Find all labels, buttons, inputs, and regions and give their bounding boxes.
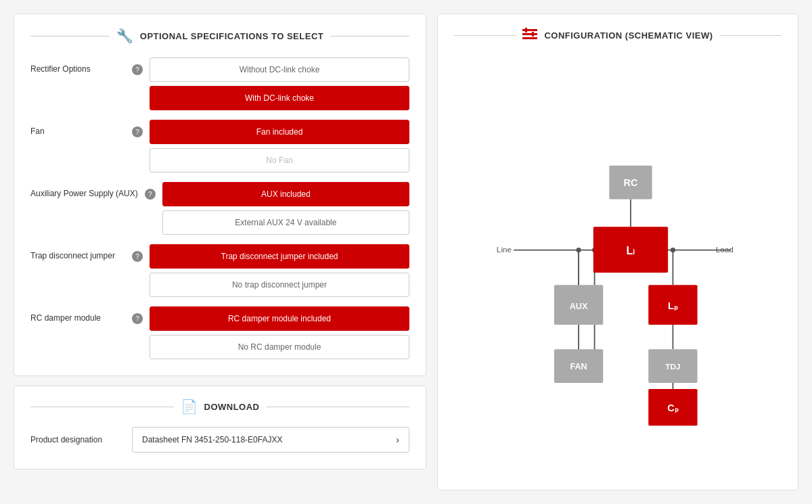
- svg-point-21: [576, 248, 581, 252]
- fan-box-label: FAN: [570, 362, 587, 371]
- fan-help-icon[interactable]: ?: [132, 127, 143, 137]
- aux-btn-external[interactable]: External AUX 24 V available: [162, 210, 409, 235]
- rc-label: RC damper module: [30, 306, 125, 323]
- svg-rect-0: [522, 29, 537, 31]
- aux-row: Auxiliary Power Supply (AUX) ? AUX inclu…: [30, 182, 409, 235]
- rc-help-icon[interactable]: ?: [132, 313, 143, 324]
- rectifier-help-icon[interactable]: ?: [132, 64, 143, 75]
- trap-label: Trap disconnect jumper: [30, 244, 125, 260]
- schematic-area: Line Load RC: [454, 57, 782, 476]
- svg-rect-3: [525, 28, 527, 32]
- fan-buttons: Fan included No Fan: [150, 120, 409, 173]
- rc-btn-none[interactable]: No RC damper module: [150, 335, 409, 359]
- rectifier-btn-without[interactable]: Without DC-link choke: [150, 58, 409, 82]
- fan-label: Fan: [30, 120, 125, 136]
- trap-buttons: Trap disconnect jumper included No trap …: [150, 244, 409, 297]
- rc-buttons: RC damper module included No RC damper m…: [150, 306, 409, 359]
- line-label: Line: [497, 245, 512, 254]
- aux-box-label: AUX: [570, 302, 588, 311]
- tdj-box-label: TDJ: [665, 362, 680, 371]
- right-panel: CONFIGURATION (SCHEMATIC VIEW) Line Load: [437, 14, 798, 490]
- schematic-header: CONFIGURATION (SCHEMATIC VIEW): [454, 28, 782, 43]
- options-card: 🔧 OPTIONAL SPECIFICATIONS TO SELECT Rect…: [14, 14, 426, 376]
- datasheet-label: Datasheet FN 3451-250-118-E0FAJXX: [142, 435, 282, 444]
- trap-btn-included[interactable]: Trap disconnect jumper included: [150, 244, 409, 269]
- svg-rect-1: [522, 33, 537, 35]
- schematic-settings-icon: [522, 28, 537, 43]
- rectifier-btn-with[interactable]: With DC-link choke: [150, 86, 409, 110]
- trap-help-icon[interactable]: ?: [132, 251, 143, 262]
- download-title: DOWNLOAD: [204, 402, 260, 412]
- fan-btn-none[interactable]: No Fan: [150, 148, 409, 173]
- rectifier-row: Rectifier Options ? Without DC-link chok…: [30, 58, 409, 110]
- svg-rect-2: [522, 37, 537, 39]
- fan-btn-included[interactable]: Fan included: [150, 120, 409, 144]
- aux-help-icon[interactable]: ?: [145, 189, 156, 200]
- rectifier-buttons: Without DC-link choke With DC-link choke: [150, 58, 409, 110]
- download-doc-icon: 📄: [181, 398, 198, 415]
- download-row: Product designation Datasheet FN 3451-25…: [30, 427, 409, 453]
- aux-label: Auxiliary Power Supply (AUX): [30, 182, 138, 198]
- options-title: OPTIONAL SPECIFICATIONS TO SELECT: [140, 31, 323, 41]
- aux-btn-included[interactable]: AUX included: [162, 182, 409, 206]
- download-card: 📄 DOWNLOAD Product designation Datasheet…: [14, 386, 426, 469]
- datasheet-download-button[interactable]: Datasheet FN 3451-250-118-E0FAJXX ›: [132, 427, 409, 453]
- product-designation-label: Product designation: [30, 435, 125, 444]
- wrench-icon: 🔧: [116, 28, 133, 44]
- rectifier-label: Rectifier Options: [30, 58, 125, 74]
- li-box-label: Lᵢ: [627, 244, 635, 256]
- aux-buttons: AUX included External AUX 24 V available: [162, 182, 409, 235]
- trap-btn-none[interactable]: No trap disconnect jumper: [150, 273, 409, 297]
- options-header: 🔧 OPTIONAL SPECIFICATIONS TO SELECT: [30, 28, 409, 44]
- fan-row: Fan ? Fan included No Fan: [30, 120, 409, 173]
- trap-row: Trap disconnect jumper ? Trap disconnect…: [30, 244, 409, 297]
- arrow-icon: ›: [396, 434, 399, 445]
- rc-row: RC damper module ? RC damper module incl…: [30, 306, 409, 359]
- svg-rect-4: [532, 32, 534, 37]
- schematic-svg: Line Load RC: [489, 91, 746, 442]
- lt-box-label: Lₚ: [668, 300, 678, 311]
- main-container: 🔧 OPTIONAL SPECIFICATIONS TO SELECT Rect…: [0, 0, 812, 504]
- schematic-title: CONFIGURATION (SCHEMATIC VIEW): [544, 30, 713, 41]
- ct-box-label: Cₚ: [667, 403, 678, 413]
- rc-btn-included[interactable]: RC damper module included: [150, 306, 409, 331]
- options-grid: Rectifier Options ? Without DC-link chok…: [30, 58, 409, 359]
- rc-box-label: RC: [624, 177, 638, 188]
- download-header: 📄 DOWNLOAD: [30, 398, 409, 415]
- load-label: Load: [716, 245, 734, 254]
- left-panel: 🔧 OPTIONAL SPECIFICATIONS TO SELECT Rect…: [14, 14, 426, 490]
